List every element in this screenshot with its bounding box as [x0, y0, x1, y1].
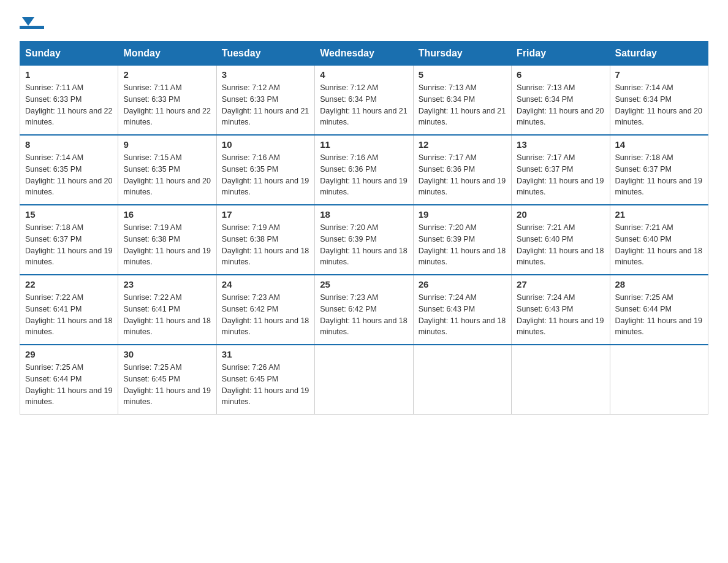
sunset-label: Sunset: 6:41 PM	[123, 305, 180, 313]
daylight-label: Daylight: 11 hours and 22 minutes.	[123, 107, 210, 127]
sunset-label: Sunset: 6:37 PM	[615, 165, 672, 174]
sunrise-label: Sunrise: 7:14 AM	[25, 153, 83, 162]
day-info: Sunrise: 7:19 AM Sunset: 6:38 PM Dayligh…	[123, 222, 211, 268]
daylight-label: Daylight: 11 hours and 19 minutes.	[123, 386, 210, 407]
day-number: 19	[419, 209, 506, 220]
header	[20, 15, 708, 29]
sunrise-label: Sunrise: 7:20 AM	[320, 223, 378, 232]
sunset-label: Sunset: 6:45 PM	[123, 375, 180, 383]
sunset-label: Sunset: 6:39 PM	[320, 235, 376, 243]
sunset-label: Sunset: 6:39 PM	[419, 235, 475, 243]
daylight-label: Daylight: 11 hours and 20 minutes.	[615, 107, 702, 127]
sunset-label: Sunset: 6:40 PM	[517, 235, 573, 243]
day-cell	[315, 345, 413, 415]
logo-general	[20, 15, 47, 26]
day-number: 29	[25, 349, 113, 359]
sunrise-label: Sunrise: 7:11 AM	[123, 83, 181, 92]
day-number: 25	[320, 279, 408, 289]
sunset-label: Sunset: 6:34 PM	[517, 95, 573, 104]
day-number: 6	[517, 69, 604, 80]
day-cell: 22 Sunrise: 7:22 AM Sunset: 6:41 PM Dayl…	[20, 275, 118, 345]
day-info: Sunrise: 7:20 AM Sunset: 6:39 PM Dayligh…	[419, 222, 506, 268]
col-header-saturday: Saturday	[610, 42, 708, 66]
day-info: Sunrise: 7:13 AM Sunset: 6:34 PM Dayligh…	[419, 82, 506, 128]
daylight-label: Daylight: 11 hours and 18 minutes.	[222, 316, 309, 337]
day-number: 31	[222, 349, 309, 359]
daylight-label: Daylight: 11 hours and 22 minutes.	[25, 107, 112, 127]
day-info: Sunrise: 7:20 AM Sunset: 6:39 PM Dayligh…	[320, 222, 408, 268]
day-info: Sunrise: 7:16 AM Sunset: 6:36 PM Dayligh…	[320, 152, 408, 198]
day-info: Sunrise: 7:17 AM Sunset: 6:36 PM Dayligh…	[419, 152, 506, 198]
day-info: Sunrise: 7:24 AM Sunset: 6:43 PM Dayligh…	[419, 292, 506, 338]
day-info: Sunrise: 7:23 AM Sunset: 6:42 PM Dayligh…	[320, 292, 408, 338]
sunrise-label: Sunrise: 7:24 AM	[419, 293, 477, 302]
day-cell: 9 Sunrise: 7:15 AM Sunset: 6:35 PM Dayli…	[118, 135, 216, 205]
day-info: Sunrise: 7:13 AM Sunset: 6:34 PM Dayligh…	[517, 82, 604, 128]
daylight-label: Daylight: 11 hours and 19 minutes.	[222, 386, 309, 407]
sunrise-label: Sunrise: 7:19 AM	[222, 223, 280, 232]
daylight-label: Daylight: 11 hours and 19 minutes.	[123, 247, 210, 267]
day-number: 24	[222, 279, 309, 289]
sunrise-label: Sunrise: 7:23 AM	[222, 293, 280, 302]
daylight-label: Daylight: 11 hours and 18 minutes.	[222, 247, 309, 267]
daylight-label: Daylight: 11 hours and 19 minutes.	[25, 386, 112, 407]
sunset-label: Sunset: 6:43 PM	[517, 305, 573, 313]
col-header-tuesday: Tuesday	[216, 42, 314, 66]
sunrise-label: Sunrise: 7:18 AM	[615, 153, 673, 162]
daylight-label: Daylight: 11 hours and 18 minutes.	[320, 316, 407, 337]
day-info: Sunrise: 7:19 AM Sunset: 6:38 PM Dayligh…	[222, 222, 309, 268]
sunset-label: Sunset: 6:35 PM	[123, 165, 180, 174]
day-number: 8	[25, 139, 113, 150]
day-number: 12	[419, 139, 506, 150]
day-number: 16	[123, 209, 211, 220]
day-info: Sunrise: 7:22 AM Sunset: 6:41 PM Dayligh…	[25, 292, 113, 338]
daylight-label: Daylight: 11 hours and 18 minutes.	[25, 316, 112, 337]
day-cell: 11 Sunrise: 7:16 AM Sunset: 6:36 PM Dayl…	[315, 135, 413, 205]
sunrise-label: Sunrise: 7:17 AM	[517, 153, 575, 162]
sunrise-label: Sunrise: 7:16 AM	[222, 153, 280, 162]
day-number: 18	[320, 209, 408, 220]
sunrise-label: Sunrise: 7:12 AM	[222, 83, 280, 92]
day-cell	[512, 345, 610, 415]
sunset-label: Sunset: 6:38 PM	[123, 235, 180, 243]
sunrise-label: Sunrise: 7:14 AM	[615, 83, 673, 92]
sunrise-label: Sunrise: 7:22 AM	[123, 293, 181, 302]
day-cell: 12 Sunrise: 7:17 AM Sunset: 6:36 PM Dayl…	[413, 135, 511, 205]
day-info: Sunrise: 7:11 AM Sunset: 6:33 PM Dayligh…	[123, 82, 211, 128]
day-info: Sunrise: 7:25 AM Sunset: 6:45 PM Dayligh…	[123, 362, 211, 408]
day-cell: 6 Sunrise: 7:13 AM Sunset: 6:34 PM Dayli…	[512, 66, 610, 136]
day-cell: 31 Sunrise: 7:26 AM Sunset: 6:45 PM Dayl…	[216, 345, 314, 415]
sunset-label: Sunset: 6:41 PM	[25, 305, 82, 313]
day-info: Sunrise: 7:21 AM Sunset: 6:40 PM Dayligh…	[517, 222, 604, 268]
col-header-thursday: Thursday	[413, 42, 511, 66]
day-number: 5	[419, 69, 506, 80]
day-info: Sunrise: 7:26 AM Sunset: 6:45 PM Dayligh…	[222, 362, 309, 408]
sunrise-label: Sunrise: 7:25 AM	[615, 293, 673, 302]
day-cell: 13 Sunrise: 7:17 AM Sunset: 6:37 PM Dayl…	[512, 135, 610, 205]
calendar-table: SundayMondayTuesdayWednesdayThursdayFrid…	[20, 41, 708, 415]
day-cell: 17 Sunrise: 7:19 AM Sunset: 6:38 PM Dayl…	[216, 205, 314, 275]
day-number: 1	[25, 69, 113, 80]
sunrise-label: Sunrise: 7:25 AM	[25, 363, 83, 372]
day-number: 9	[123, 139, 211, 150]
sunset-label: Sunset: 6:42 PM	[222, 305, 278, 313]
day-number: 3	[222, 69, 309, 80]
day-info: Sunrise: 7:12 AM Sunset: 6:34 PM Dayligh…	[320, 82, 408, 128]
day-number: 20	[517, 209, 604, 220]
day-cell: 29 Sunrise: 7:25 AM Sunset: 6:44 PM Dayl…	[20, 345, 118, 415]
day-cell: 27 Sunrise: 7:24 AM Sunset: 6:43 PM Dayl…	[512, 275, 610, 345]
sunset-label: Sunset: 6:35 PM	[222, 165, 278, 174]
day-info: Sunrise: 7:18 AM Sunset: 6:37 PM Dayligh…	[25, 222, 113, 268]
sunset-label: Sunset: 6:44 PM	[25, 375, 82, 383]
sunset-label: Sunset: 6:34 PM	[419, 95, 475, 104]
day-cell: 1 Sunrise: 7:11 AM Sunset: 6:33 PM Dayli…	[20, 66, 118, 136]
col-header-wednesday: Wednesday	[315, 42, 413, 66]
day-cell: 7 Sunrise: 7:14 AM Sunset: 6:34 PM Dayli…	[610, 66, 708, 136]
sunset-label: Sunset: 6:42 PM	[320, 305, 376, 313]
day-cell: 18 Sunrise: 7:20 AM Sunset: 6:39 PM Dayl…	[315, 205, 413, 275]
day-number: 23	[123, 279, 211, 289]
day-cell	[413, 345, 511, 415]
day-info: Sunrise: 7:25 AM Sunset: 6:44 PM Dayligh…	[25, 362, 113, 408]
daylight-label: Daylight: 11 hours and 18 minutes.	[320, 247, 407, 267]
sunset-label: Sunset: 6:40 PM	[615, 235, 672, 243]
